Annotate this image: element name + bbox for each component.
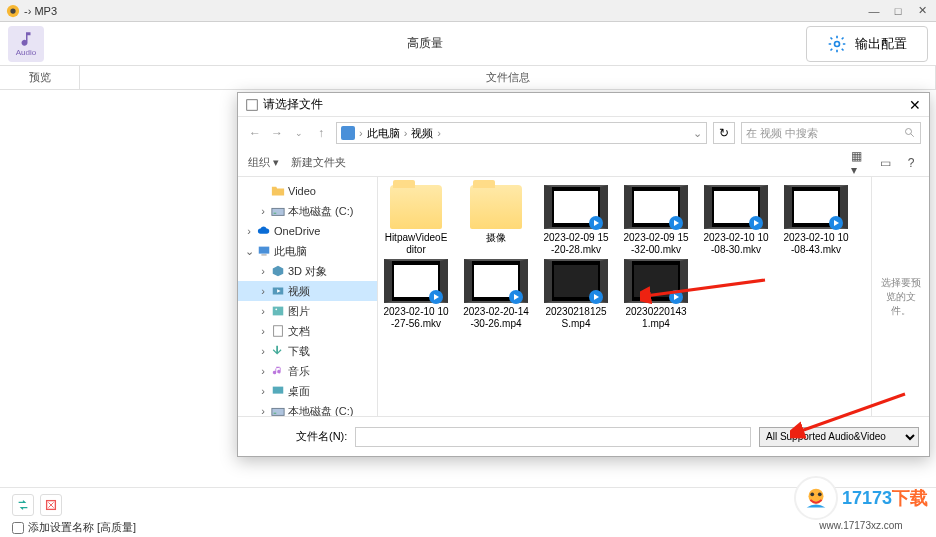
help-button[interactable]: ?	[903, 155, 919, 171]
minimize-button[interactable]: —	[866, 4, 882, 18]
watermark-brand: 17173下载	[842, 486, 928, 510]
svg-rect-8	[259, 247, 270, 254]
close-button[interactable]: ✕	[914, 4, 930, 18]
dialog-body: Video›本地磁盘 (C:)›OneDrive⌄此电脑›3D 对象›视频›图片…	[238, 177, 929, 416]
organize-menu[interactable]: 组织 ▾	[248, 155, 279, 170]
app-icon	[6, 4, 20, 18]
file-item[interactable]: 摄像	[462, 185, 530, 255]
history-dropdown-button[interactable]: ⌄	[290, 124, 308, 142]
play-icon	[429, 290, 443, 304]
tab-file-info[interactable]: 文件信息	[80, 66, 936, 89]
breadcrumb-sep: ›	[437, 127, 441, 139]
add-settings-name-checkbox[interactable]: 添加设置名称 [高质量]	[12, 520, 924, 535]
play-icon	[589, 216, 603, 230]
file-item[interactable]: 2023-02-10 10-08-43.mkv	[782, 185, 850, 255]
audio-format-chip[interactable]: Audio	[8, 26, 44, 62]
play-icon	[589, 290, 603, 304]
nav-forward-button[interactable]: →	[268, 124, 286, 142]
file-item[interactable]: 20230218125S.mp4	[542, 259, 610, 329]
tree-item[interactable]: Video	[238, 181, 377, 201]
svg-rect-11	[273, 307, 284, 316]
content-area: 请选择文件 ✕ ← → ⌄ ↑ › 此电脑 › 视频 › ⌄	[0, 90, 936, 487]
tree-item[interactable]: ›OneDrive	[238, 221, 377, 241]
tree-item[interactable]: ›本地磁盘 (C:)	[238, 201, 377, 221]
svg-point-4	[906, 129, 912, 135]
file-name-label: 2023-02-10 10-27-56.mkv	[382, 306, 450, 329]
svg-rect-3	[247, 99, 258, 110]
svg-point-1	[10, 8, 15, 13]
tree-item[interactable]: ⌄此电脑	[238, 241, 377, 261]
watermark: 17173下载 www.17173xz.com	[794, 476, 928, 531]
file-type-filter[interactable]: All Supported Audio&Video	[759, 427, 919, 447]
gear-icon	[827, 34, 847, 54]
output-settings-label: 输出配置	[855, 35, 907, 53]
pc-icon	[341, 126, 355, 140]
breadcrumb-seg2[interactable]: 视频	[411, 126, 433, 141]
tree-item[interactable]: ›音乐	[238, 361, 377, 381]
file-item[interactable]: 2023-02-10 10-08-30.mkv	[702, 185, 770, 255]
folder-icon	[470, 185, 522, 229]
breadcrumb-seg1[interactable]: 此电脑	[367, 126, 400, 141]
play-icon	[829, 216, 843, 230]
svg-point-26	[818, 492, 822, 496]
nav-up-button[interactable]: ↑	[312, 124, 330, 142]
file-item[interactable]: 2023-02-10 10-27-56.mkv	[382, 259, 450, 329]
video-thumb	[384, 259, 448, 303]
swap-icon-button[interactable]	[12, 494, 34, 516]
breadcrumb-sep: ›	[359, 127, 363, 139]
settings-name-check[interactable]	[12, 522, 24, 534]
file-name-label: 2023-02-10 10-08-30.mkv	[702, 232, 770, 255]
refresh-button[interactable]: ↻	[713, 122, 735, 144]
tree-item[interactable]: ›图片	[238, 301, 377, 321]
file-item[interactable]: 2023-02-20-14-30-26.mp4	[462, 259, 530, 329]
svg-rect-7	[274, 213, 277, 214]
svg-rect-16	[274, 413, 277, 414]
preview-toggle-button[interactable]: ▭	[877, 155, 893, 171]
maximize-button[interactable]: □	[890, 4, 906, 18]
video-thumb	[464, 259, 528, 303]
file-item[interactable]: 2023-02-09 15-20-28.mkv	[542, 185, 610, 255]
filename-input[interactable]	[355, 427, 751, 447]
video-thumb	[544, 259, 608, 303]
file-list[interactable]: HitpawVideoEditor摄像2023-02-09 15-20-28.m…	[378, 177, 871, 416]
nav-back-button[interactable]: ←	[246, 124, 264, 142]
breadcrumb-sep: ›	[404, 127, 408, 139]
tree-item[interactable]: ›视频	[238, 281, 377, 301]
file-item[interactable]: HitpawVideoEditor	[382, 185, 450, 255]
dialog-icon	[246, 99, 258, 111]
svg-rect-14	[273, 387, 284, 394]
file-item[interactable]: 202302201431.mp4	[622, 259, 690, 329]
file-item[interactable]: 2023-02-09 15-32-00.mkv	[622, 185, 690, 255]
video-thumb	[704, 185, 768, 229]
dialog-close-button[interactable]: ✕	[909, 97, 921, 113]
audio-chip-label: Audio	[16, 48, 36, 57]
output-settings-button[interactable]: 输出配置	[806, 26, 928, 62]
svg-line-5	[911, 134, 914, 137]
breadcrumb-dropdown[interactable]: ⌄	[693, 127, 702, 140]
new-folder-button[interactable]: 新建文件夹	[291, 155, 346, 170]
view-mode-button[interactable]: ▦ ▾	[851, 155, 867, 171]
delete-icon-button[interactable]	[40, 494, 62, 516]
svg-rect-6	[272, 208, 284, 215]
tree-item[interactable]: ›3D 对象	[238, 261, 377, 281]
breadcrumb[interactable]: › 此电脑 › 视频 › ⌄	[336, 122, 707, 144]
search-box[interactable]: 在 视频 中搜索	[741, 122, 921, 144]
folder-tree[interactable]: Video›本地磁盘 (C:)›OneDrive⌄此电脑›3D 对象›视频›图片…	[238, 177, 378, 416]
dialog-bottom-row: 文件名(N): All Supported Audio&Video	[238, 416, 929, 456]
tree-item[interactable]: ›桌面	[238, 381, 377, 401]
tree-item[interactable]: ›下载	[238, 341, 377, 361]
play-icon	[669, 290, 683, 304]
tab-preview[interactable]: 预览	[0, 66, 80, 89]
search-placeholder: 在 视频 中搜索	[746, 126, 818, 141]
video-thumb	[544, 185, 608, 229]
title-bar: -› MP3 — □ ✕	[0, 0, 936, 22]
main-window: -› MP3 — □ ✕ Audio 高质量 输出配置 预览 文件信息 请选择文…	[0, 0, 936, 537]
svg-rect-13	[274, 326, 283, 337]
svg-rect-15	[272, 408, 284, 415]
tree-item[interactable]: ›本地磁盘 (C:)	[238, 401, 377, 416]
tree-item[interactable]: ›文档	[238, 321, 377, 341]
svg-rect-9	[261, 255, 266, 256]
preview-pane: 选择要预览的文件。	[871, 177, 929, 416]
file-name-label: 摄像	[486, 232, 506, 244]
video-thumb	[624, 259, 688, 303]
